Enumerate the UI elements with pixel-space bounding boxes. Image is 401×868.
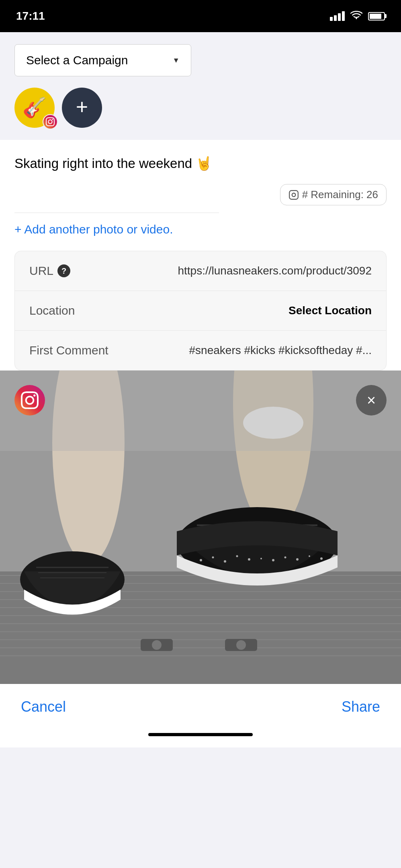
post-image: × (0, 371, 401, 684)
url-row[interactable]: URL ? https://lunasneakers.com/product/3… (15, 251, 386, 291)
svg-point-29 (284, 557, 286, 559)
image-close-button[interactable]: × (356, 385, 387, 416)
battery-icon (368, 12, 385, 20)
dropdown-arrow-icon: ▼ (172, 56, 180, 65)
account-avatar[interactable]: 🎸 (14, 88, 55, 128)
caption-text: Skating right into the weekend 🤘 (14, 154, 387, 173)
account-row: 🎸 + (14, 88, 387, 128)
url-label: URL ? (29, 264, 70, 278)
content-area: Skating right into the weekend 🤘 # Remai… (0, 140, 401, 371)
add-media-link[interactable]: + Add another photo or video. (14, 223, 387, 236)
share-button[interactable]: Share (342, 698, 380, 715)
status-bar: 17:11 (0, 0, 401, 32)
svg-rect-0 (289, 190, 298, 199)
location-value: Select Location (288, 304, 372, 317)
svg-rect-42 (0, 371, 401, 451)
avatar-emoji: 🎸 (23, 96, 47, 119)
svg-point-23 (212, 557, 214, 559)
url-value: https://lunasneakers.com/product/3092 (178, 264, 372, 277)
hashtag-remaining: # Remaining: 26 (302, 188, 378, 201)
bottom-bar: Cancel Share (0, 684, 401, 727)
first-comment-label: First Comment (29, 344, 108, 357)
top-section: Select a Campaign ▼ 🎸 + (0, 32, 401, 140)
svg-point-26 (248, 558, 250, 561)
hashtag-counter: # Remaining: 26 (14, 184, 387, 205)
campaign-selector[interactable]: Select a Campaign ▼ (14, 44, 191, 76)
svg-point-32 (320, 557, 323, 560)
home-bar (148, 733, 253, 736)
location-row[interactable]: Location Select Location (15, 291, 386, 331)
status-icons (330, 10, 385, 23)
status-time: 17:11 (16, 10, 45, 23)
image-instagram-badge (14, 385, 45, 416)
svg-point-31 (309, 555, 310, 557)
svg-point-22 (200, 559, 202, 561)
first-comment-row[interactable]: First Comment #sneakers #kicks #kicksoft… (15, 331, 386, 370)
svg-point-28 (272, 559, 274, 561)
url-help-icon[interactable]: ? (57, 264, 70, 277)
campaign-selector-text: Select a Campaign (26, 53, 128, 67)
first-comment-value: #sneakers #kicks #kicksoftheday #... (189, 344, 372, 357)
svg-point-27 (260, 558, 262, 559)
home-indicator (0, 727, 401, 747)
signal-icon (330, 11, 345, 21)
instagram-badge-icon (43, 114, 58, 129)
sneaker-svg (0, 371, 401, 684)
cancel-button[interactable]: Cancel (21, 698, 66, 715)
svg-point-24 (224, 560, 226, 563)
add-account-button[interactable]: + (62, 88, 102, 128)
svg-point-30 (296, 558, 299, 561)
add-icon: + (76, 96, 88, 117)
info-table: URL ? https://lunasneakers.com/product/3… (14, 251, 387, 371)
hashtag-counter-badge: # Remaining: 26 (280, 184, 387, 205)
wifi-icon (350, 10, 362, 23)
close-icon: × (367, 393, 376, 408)
svg-point-40 (152, 640, 162, 650)
location-label: Location (29, 304, 75, 317)
svg-point-25 (236, 555, 238, 557)
content-divider (14, 213, 219, 213)
svg-point-41 (236, 640, 246, 650)
